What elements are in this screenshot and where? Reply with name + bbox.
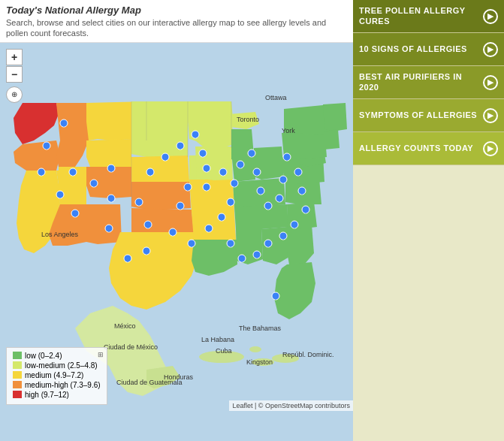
svg-point-3 xyxy=(272,354,299,363)
sidebar-arrow-tree-pollen: ▶ xyxy=(483,9,498,24)
svg-point-1 xyxy=(199,351,244,363)
map-title: Today's National Allergy Map xyxy=(6,5,347,16)
sidebar-item-label-tree-pollen: Tree Pollen Allergy Cures xyxy=(359,6,483,26)
map-controls: + − ⊕ xyxy=(6,49,23,103)
sidebar-ad-area xyxy=(353,165,504,441)
sidebar-item-tree-pollen[interactable]: Tree Pollen Allergy Cures ▶ xyxy=(353,0,504,33)
legend-item-high: high (9.7–12) xyxy=(13,391,101,399)
sidebar-item-symptoms[interactable]: Symptoms of Allergies ▶ xyxy=(353,99,504,132)
map-attribution: Leaflet | © OpenStreetMap contributors xyxy=(229,400,353,411)
legend-label-low: low (0–2.4) xyxy=(25,352,62,360)
zoom-in-button[interactable]: + xyxy=(6,49,23,65)
legend-color-low-medium xyxy=(13,361,22,369)
legend-label-medium: medium (4.9–7.2) xyxy=(25,371,83,379)
map-panel: Today's National Allergy Map Search, bro… xyxy=(0,0,353,441)
sidebar-arrow-allergy-counts: ▶ xyxy=(483,141,498,156)
map-header: Today's National Allergy Map Search, bro… xyxy=(0,0,353,43)
legend-color-low xyxy=(13,352,22,359)
sidebar-arrow-air-purifiers: ▶ xyxy=(483,75,498,90)
legend-item-medium: medium (4.9–7.2) xyxy=(13,371,101,379)
legend-color-high xyxy=(13,391,22,398)
sidebar: Tree Pollen Allergy Cures ▶ 10 Signs of … xyxy=(353,0,504,441)
sidebar-item-label-signs-allergies: 10 Signs of Allergies xyxy=(359,44,483,54)
sidebar-item-air-purifiers[interactable]: Best Air Purifiers in 2020 ▶ xyxy=(353,66,504,99)
legend-label-high: high (9.7–12) xyxy=(25,391,69,399)
sidebar-item-label-air-purifiers: Best Air Purifiers in 2020 xyxy=(359,72,483,92)
compass-button[interactable]: ⊕ xyxy=(6,86,23,103)
legend-label-medium-high: medium-high (7.3–9.6) xyxy=(25,381,101,389)
legend-color-medium-high xyxy=(13,381,22,388)
legend-expand-button[interactable]: ⊞ xyxy=(98,351,104,358)
zoom-out-button[interactable]: − xyxy=(6,66,23,83)
map-description: Search, browse and select cities on our … xyxy=(6,17,347,39)
svg-point-2 xyxy=(252,358,274,366)
legend-item-low-medium: low-medium (2.5–4.8) xyxy=(13,361,101,370)
svg-point-4 xyxy=(249,346,261,352)
legend-label-low-medium: low-medium (2.5–4.8) xyxy=(25,361,98,370)
sidebar-item-signs-allergies[interactable]: 10 Signs of Allergies ▶ xyxy=(353,33,504,66)
legend-color-medium xyxy=(13,371,22,379)
sidebar-arrow-signs-allergies: ▶ xyxy=(483,42,498,57)
map-container[interactable]: + − ⊕ xyxy=(0,43,353,411)
legend-item-low: low (0–2.4) xyxy=(13,352,101,360)
sidebar-item-label-allergy-counts: Allergy Counts Today xyxy=(359,143,483,153)
map-legend: ⊞ low (0–2.4) low-medium (2.5–4.8) mediu… xyxy=(6,347,107,405)
sidebar-item-allergy-counts[interactable]: Allergy Counts Today ▶ xyxy=(353,132,504,165)
sidebar-item-label-symptoms: Symptoms of Allergies xyxy=(359,110,483,120)
legend-item-medium-high: medium-high (7.3–9.6) xyxy=(13,381,101,389)
sidebar-arrow-symptoms: ▶ xyxy=(483,108,498,123)
